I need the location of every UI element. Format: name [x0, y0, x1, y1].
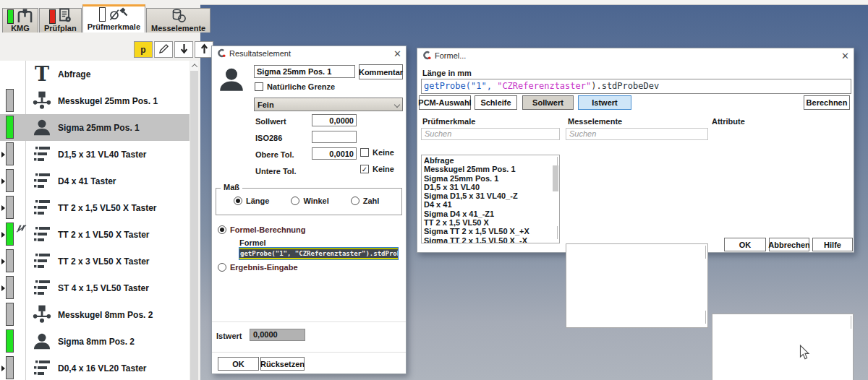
arrow-up-icon: [200, 43, 209, 56]
obere-keine-checkbox[interactable]: [360, 148, 369, 157]
iso286-input[interactable]: [312, 131, 357, 143]
pruefmerkmal-item[interactable]: Sigma TT 2 x 1,5 VL50 X_+X: [422, 227, 559, 236]
sidebar-toolbar: p: [134, 41, 213, 58]
dialog-titlebar[interactable]: Resultatselement ✕: [212, 46, 406, 61]
pruefmerkmale-search-input[interactable]: [421, 128, 560, 140]
scroll-up-button[interactable]: [190, 61, 198, 71]
pruefmerkmal-item[interactable]: Abfrage: [422, 156, 559, 165]
attribute-listbox[interactable]: [712, 314, 854, 380]
close-icon[interactable]: ✕: [393, 49, 401, 59]
person-icon: [30, 330, 54, 353]
radio-winkel[interactable]: [291, 197, 299, 205]
list-item-messkugel-8mm-pos-2[interactable]: Messkugel 8mm Pos. 2: [0, 301, 190, 328]
chevron-up-icon[interactable]: [705, 246, 706, 259]
pruefmerkmal-item[interactable]: Messkugel 25mm Pos. 1: [422, 165, 559, 173]
chevron-down-icon[interactable]: [557, 226, 558, 239]
expander-arrow-icon[interactable]: [1, 366, 5, 371]
hilfe-button[interactable]: Hilfe: [812, 238, 853, 251]
list-icon: [30, 170, 54, 192]
diameter-hammer-icon: [109, 6, 128, 24]
context-label: Länge in mm: [422, 69, 472, 77]
close-icon[interactable]: ✕: [841, 51, 849, 61]
move-down-button[interactable]: [174, 41, 193, 58]
skip-icon: [16, 223, 27, 236]
tolerance-class-dropdown[interactable]: Fein: [254, 98, 403, 111]
sollwert-input[interactable]: [312, 114, 357, 126]
element-name-input[interactable]: [254, 65, 355, 78]
arrow-down-icon: [179, 43, 189, 56]
pruefmerkmal-item[interactable]: TT 2 x 1,5 VL50 X: [422, 218, 559, 227]
pruefmerkmal-item[interactable]: Sigma 25mm Pos. 1: [422, 174, 559, 183]
sollwert-button[interactable]: Sollwert: [522, 95, 574, 110]
kommentar-button[interactable]: Kommentar: [359, 64, 403, 79]
ruecksetzen-button[interactable]: Rücksetzen: [260, 357, 305, 371]
list-item-d4-x-41-taster[interactable]: D4 x 41 Taster: [0, 168, 190, 194]
list-item-d1-5-x-31-vl40-taster[interactable]: D1,5 x 31 VL40 Taster: [0, 141, 190, 168]
berechnen-button[interactable]: Berechnen: [804, 95, 850, 110]
formula-input[interactable]: getProbe("1", "CZReferenztaster").stdPro…: [421, 79, 851, 94]
expander-arrow-icon[interactable]: [1, 232, 5, 238]
mass-option-winkel[interactable]: Winkel: [291, 197, 328, 205]
mass-option-länge[interactable]: Länge: [234, 197, 269, 205]
sidebar-scrollbar[interactable]: [190, 61, 198, 380]
tab-messelemente[interactable]: Messelemente: [146, 8, 210, 33]
pcm-auswahl-button[interactable]: PCM-Auswahl: [419, 95, 471, 110]
list-item-abfrage[interactable]: TAbfrage: [0, 61, 190, 87]
expander-arrow-icon[interactable]: [1, 178, 5, 184]
pruefmerkmal-item[interactable]: Sigma D1,5 x 31 VL40_-Z: [422, 191, 559, 200]
ok-button[interactable]: OK: [724, 238, 766, 251]
untere-keine-checkbox[interactable]: ✓: [360, 165, 369, 173]
attribute-column-title: Attribute: [712, 117, 745, 126]
list-item-messkugel-25mm-pos-1[interactable]: Messkugel 25mm Pos. 1: [0, 87, 190, 114]
pruefmerkmal-item[interactable]: D1,5 x 31 VL40: [422, 183, 559, 191]
abbrechen-button[interactable]: Abbrechen: [769, 238, 809, 251]
status-bar: [6, 303, 14, 326]
chevron-down-icon[interactable]: [705, 311, 706, 324]
pruefmerkmale-listbox[interactable]: AbfrageMesskugel 25mm Pos. 1Sigma 25mm P…: [421, 155, 560, 243]
list-item-label: Messkugel 25mm Pos. 1: [58, 96, 158, 106]
mass-option-zahl[interactable]: Zahl: [351, 197, 380, 205]
ok-button[interactable]: OK: [218, 357, 259, 371]
scrollbar-thumb[interactable]: [553, 165, 558, 191]
cmm-machine-icon: [17, 8, 33, 26]
left-panel: KMGPrüfplanPrüfmerkmaleMesselemente p TA…: [0, 0, 200, 380]
tab-kmg[interactable]: KMG: [2, 8, 38, 33]
list-item-d0-4-x-16-vl20-taster[interactable]: D0,4 x 16 VL20 Taster: [0, 355, 190, 380]
istwert-button[interactable]: Istwert: [578, 95, 631, 110]
pruefmerkmal-item[interactable]: Sigma TT 2 x 1,5 VL50 X_-X: [422, 236, 559, 243]
messelemente-search-input[interactable]: [566, 128, 708, 140]
radio-zahl[interactable]: [351, 197, 359, 205]
expander-arrow-icon[interactable]: [1, 259, 5, 264]
edit-button[interactable]: [154, 41, 173, 58]
formel-berechnung-radio[interactable]: [218, 225, 226, 234]
list-item-label: Sigma 8mm Pos. 2: [58, 337, 135, 347]
formel-berechnung-row: Formel-Berechnung: [218, 225, 306, 234]
natural-limit-checkbox[interactable]: [255, 82, 263, 91]
schleife-button[interactable]: Schleife: [475, 95, 517, 110]
status-indicator: [7, 9, 14, 24]
expander-arrow-icon[interactable]: [1, 285, 5, 291]
pruefmerkmal-item[interactable]: D4 x 41: [422, 200, 559, 209]
pruefmerkmal-item[interactable]: Sigma D4 x 41_-Z1: [422, 210, 559, 218]
formel-field[interactable]: getProbe("1", "CZReferenztaster").stdPro…: [239, 247, 399, 260]
ergebnis-eingabe-radio[interactable]: [218, 263, 226, 272]
tolerance-class-value: Fein: [258, 100, 274, 109]
obere-tol-input[interactable]: [312, 147, 357, 160]
dialog-titlebar[interactable]: Formel... ✕: [417, 48, 854, 63]
ergebnis-eingabe-row: Ergebnis-Eingabe: [218, 263, 298, 272]
expander-arrow-icon[interactable]: [1, 205, 5, 211]
parameter-button[interactable]: p: [134, 41, 153, 58]
list-item-tt-2-x-3-vl50-x-taster[interactable]: TT 2 x 3 VL50 X Taster: [0, 248, 190, 275]
chevron-up-icon[interactable]: [851, 316, 851, 329]
list-item-tt-2-x-1-vl50-x-taster[interactable]: TT 2 x 1 VL50 X Taster: [0, 221, 190, 248]
status-bar: [6, 116, 14, 139]
list-item-st-4-x-1-5-vl50-taster[interactable]: ST 4 x 1,5 VL50 Taster: [0, 275, 190, 301]
tab-prüfplan[interactable]: Prüfplan: [39, 8, 82, 33]
messelemente-listbox[interactable]: [566, 243, 708, 328]
expander-arrow-icon[interactable]: [1, 152, 5, 157]
list-item-sigma-8mm-pos-2[interactable]: Sigma 8mm Pos. 2: [0, 328, 190, 355]
list-item-tt-2-x-1-5-vl50-x-taster[interactable]: TT 2 x 1,5 VL50 X Taster: [0, 194, 190, 221]
tab-prüfmerkmale[interactable]: Prüfmerkmale: [82, 4, 145, 33]
list-item-sigma-25mm-pos-1[interactable]: Sigma 25mm Pos. 1: [0, 114, 190, 141]
radio-länge[interactable]: [234, 197, 242, 205]
